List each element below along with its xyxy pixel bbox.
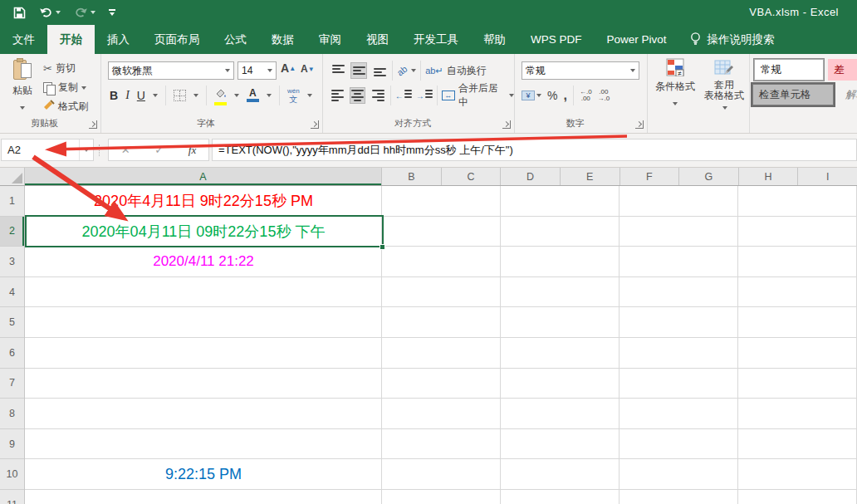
format-painter-button[interactable]: 格式刷 xyxy=(43,99,88,114)
font-size-select[interactable]: 14 xyxy=(238,61,277,80)
align-right-button[interactable] xyxy=(370,87,385,104)
format-as-table-button[interactable]: 套用 表格格式 xyxy=(703,58,746,112)
redo-icon[interactable] xyxy=(74,7,95,18)
underline-button[interactable]: U xyxy=(137,89,145,102)
cancel-icon[interactable]: ✕ xyxy=(121,144,130,156)
name-box[interactable]: A2 xyxy=(1,139,94,161)
font-color-button[interactable]: A xyxy=(247,89,259,102)
chevron-down-icon[interactable] xyxy=(153,94,158,97)
align-left-button[interactable] xyxy=(330,87,345,104)
column-header-I[interactable]: I xyxy=(798,168,857,185)
dialog-launcher-icon[interactable] xyxy=(89,120,97,129)
chevron-down-icon[interactable] xyxy=(411,69,416,72)
orientation-button[interactable]: ab xyxy=(395,64,409,78)
tab-formulas[interactable]: 公式 xyxy=(212,25,259,54)
tab-insert[interactable]: 插入 xyxy=(95,25,142,54)
decrease-decimal-button[interactable]: .00 →.0 xyxy=(598,89,610,102)
copy-button[interactable]: 复制 xyxy=(43,81,86,95)
cell-style-normal[interactable]: 常规 xyxy=(754,59,824,81)
cell-style-bad[interactable]: 差 xyxy=(828,59,857,81)
italic-button[interactable]: I xyxy=(125,89,130,102)
tab-file[interactable]: 文件 xyxy=(0,25,47,54)
row-header-6[interactable]: 6 xyxy=(0,338,24,369)
enter-icon[interactable]: ✓ xyxy=(154,144,164,156)
align-middle-button[interactable] xyxy=(350,62,367,79)
cell-A1[interactable]: 2020年4月11日 9时22分15秒 PM xyxy=(25,186,382,217)
chevron-down-icon[interactable] xyxy=(234,94,239,97)
dialog-launcher-icon[interactable] xyxy=(502,120,511,129)
comma-style-button[interactable]: , xyxy=(563,88,566,103)
column-header-A[interactable]: A xyxy=(25,168,382,185)
column-header-C[interactable]: C xyxy=(442,168,502,185)
chevron-down-icon xyxy=(509,94,514,97)
tab-view[interactable]: 视图 xyxy=(354,25,401,54)
fill-color-button[interactable] xyxy=(214,86,227,105)
name-box-dropdown[interactable] xyxy=(79,139,93,160)
select-all-button[interactable] xyxy=(0,168,25,185)
tab-wps-pdf[interactable]: WPS PDF xyxy=(518,25,595,54)
row-header-11[interactable]: 11 xyxy=(0,490,24,504)
cell-style-explanatory[interactable]: 解释 xyxy=(840,84,857,105)
grow-font-button[interactable]: A▲ xyxy=(281,61,296,75)
column-header-F[interactable]: F xyxy=(620,168,680,185)
phonetic-button[interactable]: wén 文 xyxy=(287,88,300,104)
tab-power-pivot[interactable]: Power Pivot xyxy=(595,25,679,54)
font-name-select[interactable]: 微软雅黑 xyxy=(108,61,234,80)
qat-customize-icon[interactable] xyxy=(109,9,115,16)
merge-center-button[interactable]: ↔ 合并后居中 xyxy=(442,81,514,110)
cut-button[interactable]: ✂ 剪切 xyxy=(43,61,76,76)
row-header-1[interactable]: 1 xyxy=(0,186,24,217)
row-header-5[interactable]: 5 xyxy=(0,307,24,338)
row-header-4[interactable]: 4 xyxy=(0,277,24,308)
ribbon-tab-bar: 文件 开始 插入 页面布局 公式 数据 审阅 视图 开发工具 帮助 WPS PD… xyxy=(0,25,857,54)
tab-home[interactable]: 开始 xyxy=(47,25,95,54)
bold-button[interactable]: B xyxy=(110,89,118,102)
number-format-select[interactable]: 常规 xyxy=(522,61,639,80)
tab-page-layout[interactable]: 页面布局 xyxy=(142,25,212,54)
paste-button[interactable]: 粘贴 xyxy=(7,58,38,113)
shrink-font-button[interactable]: A▼ xyxy=(301,63,315,75)
row-header-8[interactable]: 8 xyxy=(0,399,24,429)
row-header-7[interactable]: 7 xyxy=(0,369,24,399)
save-icon[interactable] xyxy=(13,7,26,19)
row-header-2[interactable]: 2 xyxy=(0,217,24,247)
conditional-formatting-button[interactable]: ≠ 条件格式 xyxy=(651,58,699,109)
increase-decimal-button[interactable]: ←.0 .00 xyxy=(580,89,592,102)
borders-button[interactable] xyxy=(174,90,186,101)
fill-handle[interactable] xyxy=(380,244,385,250)
tab-data[interactable]: 数据 xyxy=(259,25,306,54)
align-bottom-button[interactable] xyxy=(371,62,388,79)
decrease-indent-button[interactable]: ← xyxy=(395,90,412,101)
formula-input[interactable]: =TEXT(NOW(),"yyyy年mm月dd日 hh时mm分ss秒 上午/下午… xyxy=(212,139,857,161)
align-top-button[interactable] xyxy=(330,62,346,79)
cell-A10[interactable]: 9:22:15 PM xyxy=(25,459,382,490)
column-header-D[interactable]: D xyxy=(501,168,561,185)
cell-style-check[interactable]: 检查单元格 xyxy=(752,84,834,105)
insert-function-icon[interactable]: fx xyxy=(189,144,196,157)
align-center-button[interactable] xyxy=(350,87,365,104)
chevron-down-icon[interactable] xyxy=(307,94,312,97)
column-header-G[interactable]: G xyxy=(679,168,739,185)
group-font: 微软雅黑 14 A▲ A▼ B I U A xyxy=(101,54,323,133)
column-header-B[interactable]: B xyxy=(382,168,442,185)
cells-area[interactable]: 2020年4月11日 9时22分15秒 PM 2020年04月11日 09时22… xyxy=(25,186,857,504)
wrap-text-button[interactable]: ab↵ 自动换行 xyxy=(425,64,486,78)
increase-indent-button[interactable]: → xyxy=(416,90,433,101)
row-header-9[interactable]: 9 xyxy=(0,429,24,460)
percent-style-button[interactable]: % xyxy=(547,89,557,102)
row-header-10[interactable]: 10 xyxy=(0,459,24,490)
tab-developer[interactable]: 开发工具 xyxy=(401,25,471,54)
row-header-3[interactable]: 3 xyxy=(0,247,24,277)
chevron-down-icon[interactable] xyxy=(193,94,198,97)
tab-review[interactable]: 审阅 xyxy=(306,25,354,54)
column-header-H[interactable]: H xyxy=(739,168,799,185)
accounting-format-button[interactable]: ¥ xyxy=(522,91,541,100)
tell-me-search[interactable]: 操作说明搜索 xyxy=(679,25,785,54)
column-header-E[interactable]: E xyxy=(561,168,620,185)
dialog-launcher-icon[interactable] xyxy=(311,120,319,129)
undo-icon[interactable] xyxy=(39,7,61,18)
cell-A3[interactable]: 2020/4/11 21:22 xyxy=(25,247,382,277)
dialog-launcher-icon[interactable] xyxy=(635,120,644,129)
tab-help[interactable]: 帮助 xyxy=(471,25,518,54)
chevron-down-icon[interactable] xyxy=(267,94,272,97)
